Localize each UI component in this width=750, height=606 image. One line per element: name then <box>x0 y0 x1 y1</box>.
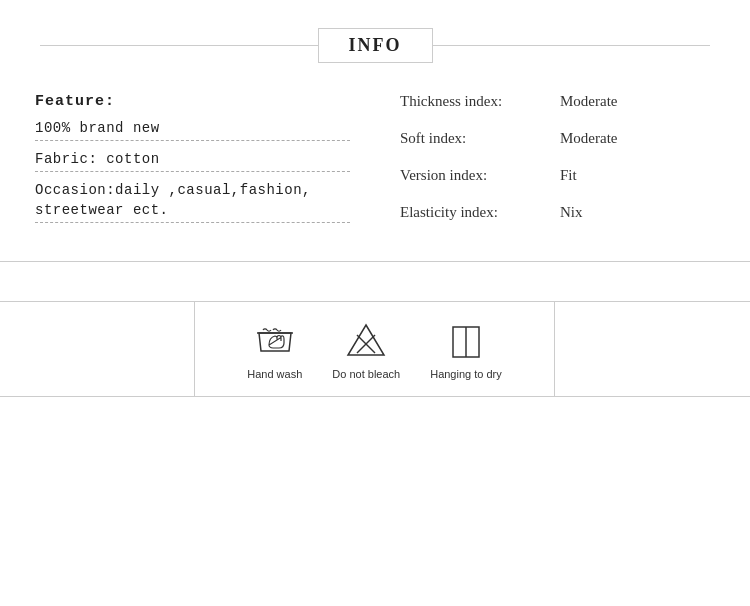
index-label-0: Thickness index: <box>400 93 550 110</box>
care-right-empty <box>555 302 750 396</box>
hanging-to-dry-icon <box>444 319 488 363</box>
care-top-bar <box>0 262 750 302</box>
index-row-0: Thickness index: Moderate <box>400 93 715 110</box>
hand-wash-icon <box>253 319 297 363</box>
index-value-2: Fit <box>560 167 577 184</box>
index-value-3: Nix <box>560 204 583 221</box>
dotted-line-1 <box>35 140 350 141</box>
header-line-right <box>433 45 711 46</box>
feature-label: Feature: <box>35 93 350 110</box>
right-column: Thickness index: Moderate Soft index: Mo… <box>370 93 715 241</box>
header-line-left <box>40 45 318 46</box>
info-body: Feature: 100% brand new Fabric: cotton O… <box>0 83 750 261</box>
care-icons-middle: Hand wash Do not bleach <box>195 302 555 396</box>
care-icon-hand-wash: Hand wash <box>247 319 302 380</box>
item-block-3: Occasion:daily ,casual,fashion, streetwe… <box>35 182 350 223</box>
index-row-1: Soft index: Moderate <box>400 130 715 147</box>
care-icon-hanging-to-dry: Hanging to dry <box>430 319 502 380</box>
info-title: INFO <box>318 28 433 63</box>
index-label-2: Version index: <box>400 167 550 184</box>
index-label-3: Elasticity index: <box>400 204 550 221</box>
index-row-2: Version index: Fit <box>400 167 715 184</box>
dotted-line-3 <box>35 222 350 223</box>
item-block-1: 100% brand new <box>35 120 350 141</box>
item-text-1: 100% brand new <box>35 120 350 136</box>
index-label-1: Soft index: <box>400 130 550 147</box>
item-text-3: Occasion:daily ,casual,fashion, <box>35 182 350 198</box>
index-value-1: Moderate <box>560 130 617 147</box>
item-text-4: streetwear ect. <box>35 202 350 218</box>
hanging-to-dry-label: Hanging to dry <box>430 368 502 380</box>
index-value-0: Moderate <box>560 93 617 110</box>
hand-wash-label: Hand wash <box>247 368 302 380</box>
item-text-2: Fabric: cotton <box>35 151 350 167</box>
care-icon-do-not-bleach: Do not bleach <box>332 319 400 380</box>
index-row-3: Elasticity index: Nix <box>400 204 715 221</box>
care-section: Hand wash Do not bleach <box>0 261 750 397</box>
do-not-bleach-label: Do not bleach <box>332 368 400 380</box>
feature-block: Feature: <box>35 93 350 110</box>
info-header: INFO <box>0 0 750 83</box>
left-column: Feature: 100% brand new Fabric: cotton O… <box>35 93 370 241</box>
item-block-2: Fabric: cotton <box>35 151 350 172</box>
care-icons-row: Hand wash Do not bleach <box>0 302 750 397</box>
dotted-line-2 <box>35 171 350 172</box>
do-not-bleach-icon <box>344 319 388 363</box>
care-left-empty <box>0 302 195 396</box>
